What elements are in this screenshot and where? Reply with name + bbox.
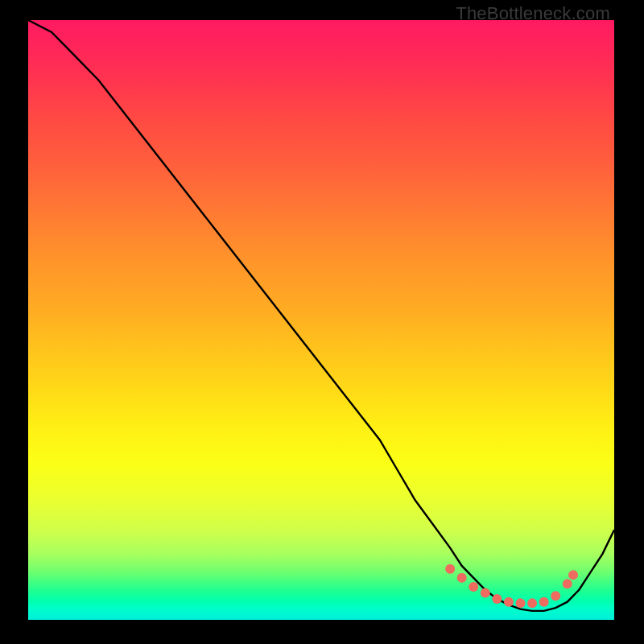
curve-svg: [28, 20, 614, 620]
optimum-dot: [539, 597, 549, 607]
optimum-dot: [481, 588, 490, 597]
optimum-dot: [568, 570, 578, 580]
plot-area: [28, 20, 614, 620]
optimum-dot: [551, 591, 560, 601]
optimum-dot: [469, 582, 478, 592]
optimum-dot: [445, 564, 455, 574]
optimum-dot: [457, 573, 467, 583]
optimum-dot: [563, 579, 572, 588]
optimum-dot: [492, 594, 502, 604]
bottleneck-curve: [28, 20, 614, 611]
watermark-text: TheBottleneck.com: [456, 3, 610, 24]
optimum-dot: [516, 598, 526, 608]
optimum-dot: [527, 598, 537, 608]
optimum-dot: [504, 597, 514, 607]
chart-container: TheBottleneck.com: [0, 0, 644, 644]
